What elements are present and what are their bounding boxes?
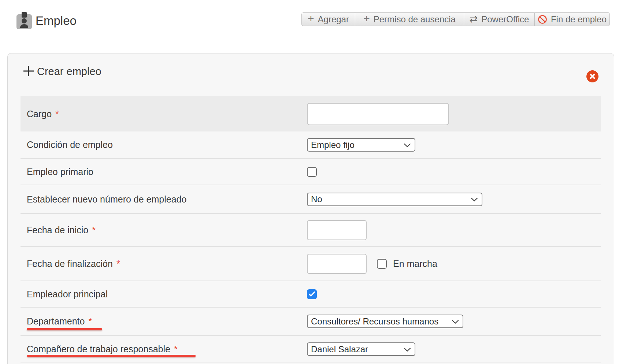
empleo-primario-checkbox[interactable] xyxy=(307,167,317,177)
empleador-principal-checkbox[interactable] xyxy=(307,289,317,299)
required-asterisk: * xyxy=(88,316,92,327)
add-button[interactable]: + Agregar xyxy=(301,12,355,26)
fecha-finalizacion-label: Fecha de finalización* xyxy=(27,247,120,281)
row-companero-responsable: Compañero de trabajo responsable* Daniel… xyxy=(21,336,601,363)
companero-responsable-label: Compañero de trabajo responsable* xyxy=(27,336,178,363)
red-annotation-underline xyxy=(27,355,196,357)
swap-arrows-icon: ⇄ xyxy=(470,14,478,24)
end-button-label: Fin de empleo xyxy=(551,14,607,25)
departamento-select-value: Consultores/ Recursos humanos xyxy=(311,316,438,327)
plus-icon: + xyxy=(308,13,314,24)
fecha-inicio-label: Fecha de inicio* xyxy=(27,214,96,246)
row-fecha-finalizacion: Fecha de finalización* En marcha xyxy=(21,247,601,281)
page-title: Empleo xyxy=(36,14,77,28)
poweroffice-button-label: PowerOffice xyxy=(481,14,529,25)
row-empleador-principal: Empleador principal xyxy=(21,281,601,308)
app-header: Empleo + Agregar + Permiso de ausencia ⇄… xyxy=(0,0,619,53)
nuevo-numero-label: Establecer nuevo número de empleado xyxy=(27,185,186,213)
condicion-label: Condición de empleo xyxy=(27,131,113,158)
row-empleo-primario: Empleo primario xyxy=(21,159,601,185)
en-marcha-group: En marcha xyxy=(377,259,437,269)
close-icon xyxy=(590,74,595,79)
nuevo-numero-select[interactable]: No xyxy=(307,193,482,206)
panel-title: Crear empleo xyxy=(37,66,101,78)
required-asterisk: * xyxy=(116,259,120,269)
chevron-down-icon xyxy=(404,143,411,147)
required-asterisk: * xyxy=(174,344,178,354)
add-button-label: Agregar xyxy=(318,14,349,25)
en-marcha-label: En marcha xyxy=(393,259,437,269)
row-departamento: Departamento* Consultores/ Recursos huma… xyxy=(21,308,601,336)
row-nuevo-numero: Establecer nuevo número de empleado No xyxy=(21,185,601,214)
leave-button-label: Permiso de ausencia xyxy=(374,14,456,25)
plus-icon: + xyxy=(363,13,370,24)
empleo-primario-label: Empleo primario xyxy=(27,159,93,185)
red-annotation-underline xyxy=(27,328,102,330)
header-action-buttons: + Agregar + Permiso de ausencia ⇄ PowerO… xyxy=(301,12,610,26)
departamento-label: Departamento* xyxy=(27,308,92,335)
leave-of-absence-button[interactable]: + Permiso de ausencia xyxy=(355,12,464,26)
fecha-finalizacion-input[interactable] xyxy=(307,254,367,274)
fecha-inicio-input[interactable] xyxy=(307,220,367,240)
cargo-label: Cargo* xyxy=(27,96,59,131)
required-asterisk: * xyxy=(55,109,59,119)
panel-header: Crear empleo xyxy=(8,53,614,96)
chevron-down-icon xyxy=(452,320,459,324)
create-employment-panel: Crear empleo Cargo* Condición de empleo xyxy=(7,53,614,364)
row-condicion-empleo: Condición de empleo Empleo fijo xyxy=(21,131,601,159)
row-fecha-inicio: Fecha de inicio* xyxy=(21,214,601,247)
plus-icon xyxy=(23,66,34,77)
companero-responsable-select[interactable]: Daniel Salazar xyxy=(307,342,415,356)
form-rows: Cargo* Condición de empleo Empleo fijo xyxy=(21,96,601,363)
required-asterisk: * xyxy=(92,225,96,235)
chevron-down-icon xyxy=(471,197,478,201)
prohibition-icon xyxy=(538,15,547,24)
empleador-principal-label: Empleador principal xyxy=(27,281,108,307)
companero-responsable-select-value: Daniel Salazar xyxy=(311,344,368,354)
row-cargo: Cargo* xyxy=(21,96,601,131)
condicion-select[interactable]: Empleo fijo xyxy=(307,138,415,152)
checkmark-icon xyxy=(309,291,315,297)
chevron-down-icon xyxy=(404,348,411,352)
en-marcha-checkbox[interactable] xyxy=(377,259,387,269)
employee-badge-icon xyxy=(16,12,32,29)
condicion-select-value: Empleo fijo xyxy=(311,140,355,150)
poweroffice-button[interactable]: ⇄ PowerOffice xyxy=(464,12,535,26)
close-button[interactable] xyxy=(586,70,598,82)
departamento-select[interactable]: Consultores/ Recursos humanos xyxy=(307,315,463,328)
cargo-input[interactable] xyxy=(307,103,449,125)
nuevo-numero-select-value: No xyxy=(311,194,322,204)
end-employment-button[interactable]: Fin de empleo xyxy=(535,12,610,26)
